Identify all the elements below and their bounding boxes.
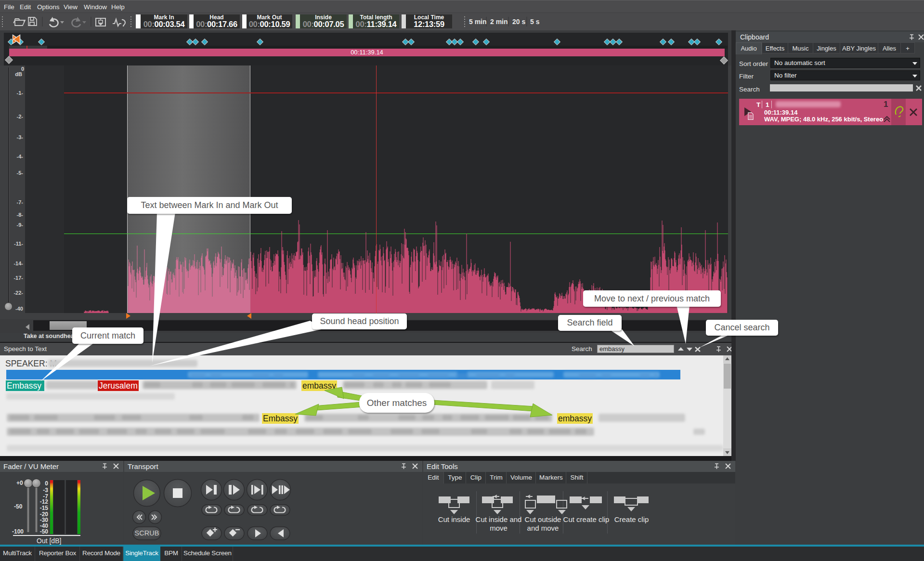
svg-text:SCRUB: SCRUB xyxy=(135,529,159,537)
